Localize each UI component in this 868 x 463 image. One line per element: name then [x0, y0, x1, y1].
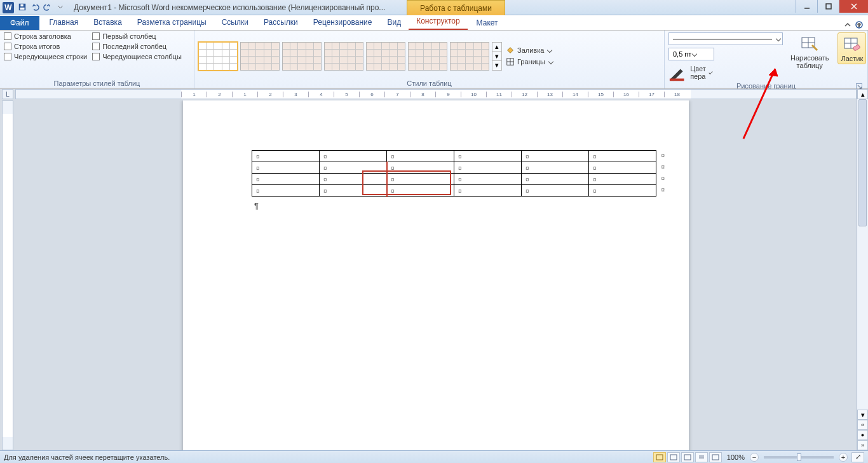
minimize-button[interactable]: [796, 0, 817, 13]
style-thumb-7[interactable]: [450, 42, 489, 71]
chk-last-column[interactable]: Последний столбец: [92, 43, 182, 50]
tab-mailings[interactable]: Рассылки: [256, 15, 306, 30]
tab-insert[interactable]: Вставка: [86, 15, 130, 30]
tab-references[interactable]: Ссылки: [214, 15, 256, 30]
status-bar: Для удаления частей ячеек перетащите ука…: [0, 450, 868, 463]
group-table-styles: ▴ ▾ ▾ Заливка Границы Стили таблиц: [194, 31, 665, 88]
document-area[interactable]: ¤ ¤ ¤ ¤ ¶: [15, 100, 857, 450]
workspace: L 12123456789101112131415161718 ¤ ¤ ¤ ¤ …: [0, 89, 868, 450]
word-icon: W: [3, 2, 14, 13]
group-label: Параметры стилей таблиц: [4, 79, 190, 88]
view-draft-icon[interactable]: [709, 452, 722, 462]
group-table-style-options: Строка заголовка Строка итогов Чередующи…: [0, 31, 194, 88]
ribbon: Строка заголовка Строка итогов Чередующи…: [0, 31, 868, 89]
group-draw-borders: 0,5 пт Цвет пера Нарисовать таблицу Ласт…: [665, 31, 868, 88]
browse-object-icon[interactable]: ●: [857, 430, 868, 440]
tab-review[interactable]: Рецензирование: [306, 15, 380, 30]
group-label: Стили таблиц: [198, 79, 660, 88]
zoom-in-button[interactable]: +: [839, 453, 848, 462]
svg-rect-4: [826, 4, 831, 9]
line-style-combo[interactable]: [668, 32, 783, 45]
table-styles-gallery[interactable]: ▴ ▾ ▾: [198, 42, 502, 71]
chk-total-row[interactable]: Строка итогов: [4, 43, 87, 50]
view-full-screen-icon[interactable]: [667, 452, 680, 462]
ribbon-minimize-icon[interactable]: [844, 21, 851, 30]
gallery-scroll[interactable]: ▴ ▾ ▾: [492, 42, 502, 71]
ruler-corner[interactable]: L: [2, 89, 13, 99]
maximize-button[interactable]: [817, 0, 839, 13]
chk-first-column[interactable]: Первый столбец: [92, 32, 182, 40]
zoom-out-button[interactable]: −: [750, 453, 759, 462]
redo-icon[interactable]: [43, 3, 52, 13]
window-title: Документ1 - Microsoft Word некоммерческо…: [74, 3, 385, 12]
document-table[interactable]: ¤ ¤ ¤ ¤: [252, 150, 656, 197]
scroll-down-icon[interactable]: ▾: [857, 410, 868, 420]
tab-constructor[interactable]: Конструктор: [409, 14, 467, 30]
zoom-slider[interactable]: [764, 456, 834, 459]
ribbon-tabs: Файл Главная Вставка Разметка страницы С…: [0, 15, 868, 31]
eraser-button[interactable]: Ластик: [837, 32, 866, 64]
svg-rect-24: [670, 455, 677, 460]
svg-rect-25: [684, 455, 691, 460]
table-tools-contextual-tab: Работа с таблицами: [407, 0, 505, 15]
tab-file[interactable]: Файл: [0, 16, 39, 30]
status-hint: Для удаления частей ячеек перетащите ука…: [4, 453, 170, 461]
view-print-layout-icon[interactable]: [653, 452, 666, 462]
paragraph-mark: ¶: [254, 201, 259, 211]
style-thumb-2[interactable]: [240, 42, 280, 71]
style-thumb-4[interactable]: [324, 42, 363, 71]
svg-rect-2: [20, 4, 23, 6]
scroll-thumb[interactable]: [858, 99, 867, 226]
draw-table-button[interactable]: Нарисовать таблицу: [788, 32, 831, 71]
tab-home[interactable]: Главная: [42, 15, 86, 30]
save-icon[interactable]: [18, 3, 27, 13]
vertical-ruler[interactable]: [2, 100, 13, 450]
style-thumb-1[interactable]: [198, 42, 238, 71]
gallery-up-icon[interactable]: ▴: [492, 43, 501, 52]
eraser-trace: [362, 170, 363, 195]
chk-banded-columns[interactable]: Чередующиеся столбцы: [92, 53, 182, 60]
qat-dropdown-icon[interactable]: [56, 3, 65, 13]
prev-page-icon[interactable]: «: [857, 420, 868, 430]
next-page-icon[interactable]: »: [857, 440, 868, 450]
page: ¤ ¤ ¤ ¤ ¶: [183, 100, 689, 450]
svg-rect-23: [656, 455, 663, 460]
quick-access-toolbar: W: [0, 2, 65, 13]
svg-rect-12: [670, 78, 684, 81]
style-thumb-3[interactable]: [282, 42, 322, 71]
pen-color-button[interactable]: Цвет пера: [668, 63, 712, 82]
zoom-label[interactable]: 100%: [727, 453, 745, 461]
close-button[interactable]: [839, 0, 868, 13]
tab-view[interactable]: Вид: [379, 15, 409, 30]
vertical-scrollbar[interactable]: ▴ ▾ « ● »: [857, 89, 868, 450]
scroll-up-icon[interactable]: ▴: [857, 89, 868, 99]
gallery-more-icon[interactable]: ▾: [492, 61, 501, 70]
chk-banded-rows[interactable]: Чередующиеся строки: [4, 53, 87, 60]
style-thumb-6[interactable]: [408, 42, 447, 71]
tab-layout[interactable]: Макет: [468, 16, 507, 30]
gallery-down-icon[interactable]: ▾: [492, 52, 501, 61]
line-weight-combo[interactable]: 0,5 пт: [668, 48, 714, 60]
borders-button[interactable]: Границы: [506, 57, 553, 66]
undo-icon[interactable]: [31, 3, 39, 13]
eraser-trace: [362, 194, 451, 195]
style-thumb-5[interactable]: [366, 42, 405, 71]
svg-rect-28: [712, 455, 719, 460]
tab-page-layout[interactable]: Разметка страницы: [130, 15, 214, 30]
svg-text:?: ?: [858, 22, 861, 28]
help-icon[interactable]: ?: [855, 21, 863, 30]
eraser-trace: [362, 170, 451, 172]
shading-button[interactable]: Заливка: [506, 46, 553, 55]
zoom-fit-icon[interactable]: ⤢: [851, 452, 864, 462]
eraser-trace: [450, 170, 451, 195]
svg-rect-1: [20, 7, 25, 10]
view-outline-icon[interactable]: [695, 452, 708, 462]
title-bar: W Документ1 - Microsoft Word некоммерчес…: [0, 0, 868, 15]
chk-header-row[interactable]: Строка заголовка: [4, 32, 87, 40]
eraser-trace: [386, 162, 388, 197]
view-web-icon[interactable]: [681, 452, 694, 462]
horizontal-ruler[interactable]: 12123456789101112131415161718: [15, 89, 857, 99]
